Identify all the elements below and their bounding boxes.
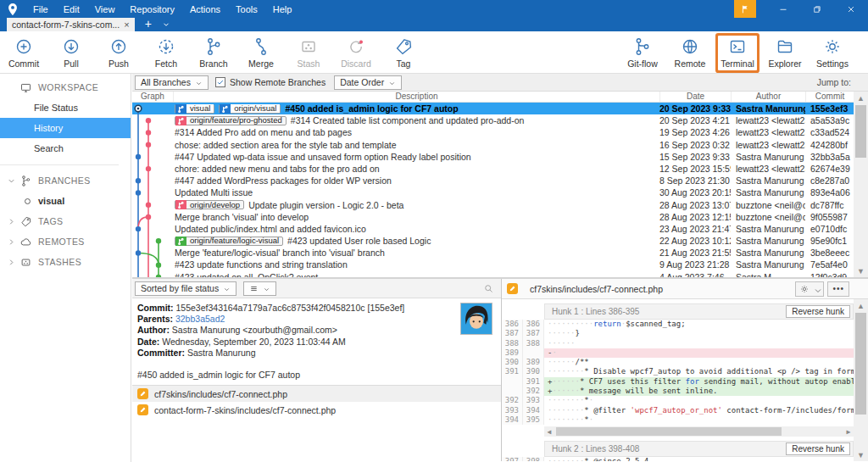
explorer-button[interactable]: Explorer — [765, 36, 804, 70]
maximize-button[interactable] — [800, 0, 834, 18]
menu-item-tools[interactable]: Tools — [228, 2, 265, 17]
commit-row[interactable]: #447 Updated wp-data issue and unsaved f… — [132, 151, 854, 163]
column-header-date[interactable]: Date — [659, 92, 731, 102]
commit-list-scrollbar[interactable]: ▲ ▼ — [854, 92, 868, 277]
commit-row[interactable]: #423 update functions and string transla… — [132, 259, 854, 270]
sort-dropdown[interactable]: Sorted by file status — [135, 281, 236, 296]
commit-row[interactable]: #423 updated on all, OnClick? event4 Aug… — [132, 271, 854, 277]
branch-badge[interactable]: origin/feature/pro-ghosted — [175, 116, 287, 125]
sidebar-item-search[interactable]: Search — [0, 138, 131, 159]
commit-row[interactable]: Updated public/index.html and added favi… — [132, 223, 854, 235]
scroll-right-arrow-icon[interactable]: ▶ — [843, 428, 854, 436]
close-button[interactable] — [834, 0, 868, 18]
menu-item-view[interactable]: View — [87, 2, 123, 17]
minimize-button[interactable] — [766, 0, 800, 18]
diff-more-button[interactable]: ••• — [827, 281, 849, 297]
notification-flag-button[interactable] — [734, 0, 756, 18]
scrollbar-thumb[interactable] — [855, 105, 866, 158]
commit-row[interactable]: chore: added new menu and tabs for the p… — [132, 163, 854, 175]
branch-button[interactable]: Branch — [194, 36, 233, 70]
menu-item-help[interactable]: Help — [265, 2, 300, 17]
chevron-right-icon[interactable] — [7, 217, 16, 226]
git-flow-button[interactable]: Git-flow — [623, 36, 662, 70]
diff-horizontal-scrollbar[interactable]: ◀▶ — [544, 426, 854, 437]
sidebar-section-remotes[interactable]: REMOTES — [0, 231, 131, 252]
scroll-down-arrow-icon[interactable]: ▼ — [854, 264, 868, 277]
commit-date: 8 Sep 2023 21:30 — [659, 175, 731, 186]
column-header-author[interactable]: Author — [731, 92, 805, 102]
chevron-right-icon[interactable] — [7, 258, 16, 267]
order-dropdown[interactable]: Date Order — [334, 75, 402, 90]
commit-info-value: 155e3ef343164a7179a7ac6c8753f42f0458210c… — [176, 303, 405, 313]
branch-badge[interactable]: origin/develop — [175, 200, 244, 209]
search-icon[interactable] — [483, 283, 494, 294]
file-row[interactable]: contact-form-7-skins/includes/cf7-connec… — [132, 402, 501, 418]
repo-tab[interactable]: contact-form-7-skins-com... × — [7, 18, 135, 31]
sidebar-item-history[interactable]: History — [0, 118, 131, 138]
commit-row[interactable]: Merge branch 'visual' into develop28 Aug… — [132, 211, 854, 223]
scrollbar-track[interactable] — [554, 426, 843, 437]
diff-options-button[interactable] — [795, 281, 824, 297]
tab-list-caret-icon[interactable] — [162, 20, 170, 29]
commit-button[interactable]: Commit — [4, 36, 43, 70]
remote-button[interactable]: Remote — [670, 36, 709, 70]
sidebar-item-visual[interactable]: visual — [0, 191, 131, 211]
scrollbar-thumb[interactable] — [855, 313, 866, 415]
branch-badge[interactable]: origin/visual — [219, 104, 281, 114]
tag-button[interactable]: Tag — [384, 36, 423, 70]
chevron-right-icon[interactable] — [7, 237, 16, 247]
commit-author: Sastra Manurung < — [731, 223, 805, 235]
menu-item-edit[interactable]: Edit — [56, 2, 87, 17]
menu-item-actions[interactable]: Actions — [182, 2, 228, 17]
menu-item-file[interactable]: File — [25, 2, 56, 17]
commit-row[interactable]: origin/feature/pro-ghosted#314 Created t… — [132, 114, 854, 126]
reverse-hunk-button[interactable]: Reverse hunk — [786, 443, 850, 455]
branch-badge[interactable]: origin/feature/logic-visual — [175, 237, 283, 246]
commit-row[interactable]: #447 added WordPress packages for older … — [132, 175, 854, 186]
sidebar-section-branches[interactable]: BRANCHES — [0, 170, 131, 191]
commit-description: visualorigin/visual#450 added is_admin l… — [173, 103, 659, 114]
new-tab-button[interactable]: + — [142, 17, 155, 31]
commit-row[interactable]: visualorigin/visual#450 added is_admin l… — [132, 103, 854, 114]
branches-filter-dropdown[interactable]: All Branches — [135, 75, 209, 90]
commit-row[interactable]: chose: added section area for the style … — [132, 139, 854, 151]
checkbox-checked-icon[interactable] — [215, 77, 225, 87]
file-row[interactable]: cf7skins/includes/cf7-connect.php — [132, 386, 501, 402]
menu-item-repository[interactable]: Repository — [122, 2, 182, 17]
sidebar-section-tags[interactable]: TAGS — [0, 211, 131, 231]
commit-author: lewatt23 <lewatt23 — [731, 139, 805, 151]
sidebar-item-file-status[interactable]: File Status — [0, 97, 131, 118]
terminal-button[interactable]: Terminal — [718, 36, 757, 70]
scroll-up-arrow-icon[interactable]: ▲ — [854, 92, 868, 104]
column-header-graph[interactable]: Graph — [132, 92, 173, 102]
commit-row[interactable]: Merge 'feature/logic-visual' branch into… — [132, 247, 854, 259]
show-remote-checkbox-group[interactable]: Show Remote Branches — [215, 77, 326, 87]
sidebar-section-stashes[interactable]: STASHES — [0, 252, 131, 272]
tab-close-icon[interactable]: × — [124, 19, 129, 30]
commit-row[interactable]: origin/developUpdate plugin version - Lo… — [132, 199, 854, 211]
merge-button[interactable]: Merge — [242, 36, 281, 70]
scroll-down-arrow-icon[interactable]: ▼ — [854, 448, 868, 461]
reverse-hunk-button[interactable]: Reverse hunk — [786, 305, 850, 318]
pull-button[interactable]: Pull — [52, 36, 91, 70]
settings-button[interactable]: Settings — [813, 36, 852, 70]
column-header-description[interactable]: Description — [173, 92, 659, 102]
scroll-left-arrow-icon[interactable]: ◀ — [544, 428, 554, 436]
branch-badge[interactable]: visual — [175, 104, 214, 114]
new-line-number — [523, 348, 544, 358]
commit-row[interactable]: #314 Added Pro add on menu and tab pages… — [132, 126, 854, 138]
commit-row[interactable]: Updated Multi issue30 Aug 2023 20:15Sast… — [132, 186, 854, 198]
chevron-down-icon[interactable] — [7, 176, 16, 186]
commit-row[interactable]: origin/feature/logic-visual#423 updated … — [132, 235, 854, 247]
scroll-up-arrow-icon[interactable]: ▲ — [854, 299, 868, 312]
column-header-commit[interactable]: Commit — [805, 92, 854, 102]
new-line-number: 395 — [523, 415, 544, 425]
push-button[interactable]: Push — [99, 36, 138, 70]
fetch-button[interactable]: Fetch — [147, 36, 186, 70]
diff-scrollbar[interactable]: ▲ ▼ — [854, 299, 868, 461]
scrollbar-thumb[interactable] — [556, 427, 782, 436]
parent-commit-link[interactable]: 32bb3a5ad2 — [175, 314, 225, 324]
jump-to-label[interactable]: Jump to: — [817, 77, 851, 87]
commit-hash: 9f055987 — [805, 211, 854, 223]
view-options-dropdown[interactable] — [243, 281, 276, 296]
